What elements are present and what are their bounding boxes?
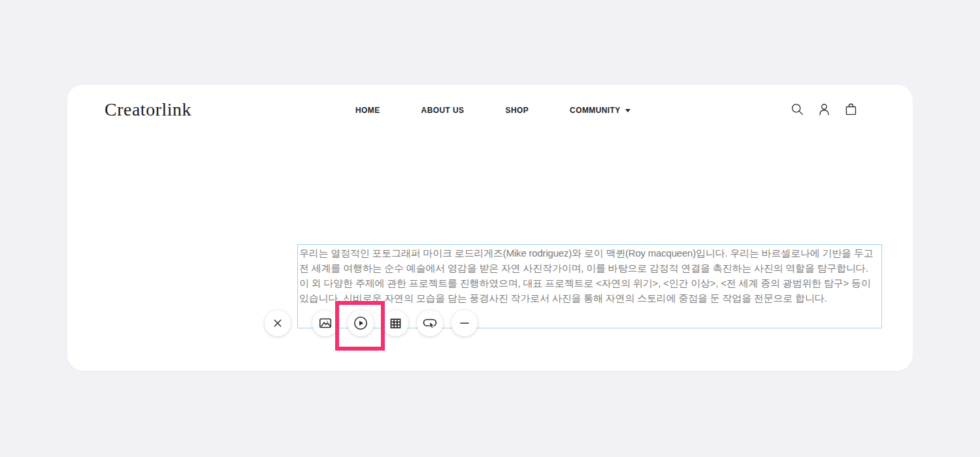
add-table-button[interactable] (382, 310, 408, 336)
nav-item-shop-label: SHOP (505, 106, 529, 115)
site-logo[interactable]: Creatorlink (105, 99, 191, 120)
bag-icon[interactable] (844, 102, 858, 116)
button-cursor-icon (422, 315, 438, 331)
add-image-button[interactable] (312, 310, 338, 336)
nav-item-community-label: COMMUNITY (570, 106, 621, 115)
nav-item-home-label: HOME (355, 106, 380, 115)
header-icons (791, 102, 858, 116)
site-canvas: Creatorlink HOME ABOUT US SHOP COMMUNITY (67, 85, 913, 371)
add-button-button[interactable] (417, 310, 443, 336)
main-nav: HOME ABOUT US SHOP COMMUNITY (355, 106, 630, 115)
play-icon (353, 315, 368, 331)
nav-item-shop[interactable]: SHOP (505, 106, 529, 115)
image-icon (318, 316, 333, 330)
nav-item-community[interactable]: COMMUNITY (570, 106, 630, 115)
nav-item-home[interactable]: HOME (355, 106, 380, 115)
add-video-button[interactable] (348, 310, 374, 336)
nav-item-about-us-label: ABOUT US (421, 106, 465, 115)
user-icon[interactable] (817, 102, 831, 116)
search-icon[interactable] (791, 102, 804, 116)
add-divider-button[interactable] (451, 310, 478, 336)
minus-icon (459, 317, 470, 329)
table-icon (389, 317, 402, 330)
chevron-down-icon (625, 109, 630, 112)
close-button[interactable] (265, 310, 291, 336)
nav-item-about-us[interactable]: ABOUT US (421, 106, 465, 115)
close-icon (272, 318, 283, 328)
